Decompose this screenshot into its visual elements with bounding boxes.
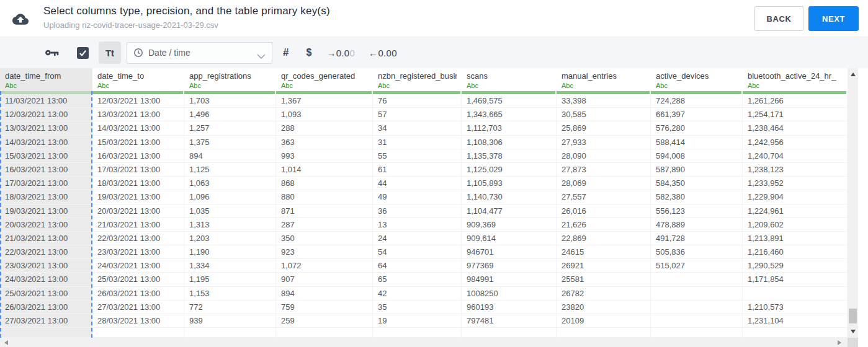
table-cell[interactable]: 582,380 <box>651 190 743 204</box>
table-cell[interactable]: 18/03/2021 13:00 <box>92 177 184 190</box>
table-cell[interactable]: 350 <box>276 232 373 245</box>
table-cell[interactable]: 1,209,602 <box>743 218 848 232</box>
table-cell[interactable]: 31 <box>373 136 462 149</box>
table-cell[interactable]: 23/03/2021 13:00 <box>92 245 184 259</box>
table-cell[interactable]: 25/03/2021 13:00 <box>0 287 92 301</box>
table-cell[interactable]: 939 <box>184 314 276 328</box>
table-cell[interactable] <box>462 328 557 338</box>
table-cell[interactable]: 55 <box>373 149 462 163</box>
table-cell[interactable]: 1,153 <box>184 287 276 301</box>
type-dropdown[interactable]: Date / time <box>127 42 272 64</box>
table-cell[interactable]: 894 <box>276 287 373 301</box>
table-cell[interactable]: 724,288 <box>651 94 743 108</box>
table-cell[interactable]: 984991 <box>462 273 557 286</box>
table-cell[interactable]: 28,090 <box>557 149 651 163</box>
decimal-increase-button[interactable]: ←0.00 <box>369 48 397 58</box>
column-header-manual_entries[interactable]: manual_entriesAbc <box>557 68 651 94</box>
table-cell[interactable]: 19/03/2021 13:00 <box>92 190 184 204</box>
table-cell[interactable]: 44 <box>373 177 462 190</box>
table-cell[interactable]: 363 <box>276 136 373 149</box>
table-cell[interactable]: 515,027 <box>651 259 743 273</box>
table-cell[interactable]: 909,614 <box>462 232 557 245</box>
table-cell[interactable]: 478,889 <box>651 218 743 232</box>
table-cell[interactable]: 505,836 <box>651 245 743 259</box>
table-cell[interactable]: 19/03/2021 13:00 <box>0 204 92 218</box>
scroll-up-arrow[interactable] <box>851 72 856 76</box>
table-cell[interactable]: 20/03/2021 13:00 <box>92 204 184 218</box>
table-cell[interactable]: 22,869 <box>557 232 651 245</box>
table-cell[interactable]: 11/03/2021 13:00 <box>0 94 92 108</box>
table-cell[interactable]: 33,398 <box>557 94 651 108</box>
table-cell[interactable]: 1,125,029 <box>462 163 557 177</box>
table-cell[interactable]: 1,233,952 <box>743 177 848 190</box>
table-cell[interactable]: 1,104,477 <box>462 204 557 218</box>
table-cell[interactable]: 27,557 <box>557 190 651 204</box>
table-cell[interactable]: 54 <box>373 245 462 259</box>
table-cell[interactable]: 21,626 <box>557 218 651 232</box>
table-cell[interactable]: 25,869 <box>557 121 651 135</box>
table-cell[interactable]: 880 <box>276 190 373 204</box>
table-cell[interactable] <box>0 328 92 338</box>
table-cell[interactable]: 594,008 <box>651 149 743 163</box>
table-cell[interactable]: 1,093 <box>276 108 373 121</box>
table-cell[interactable]: 1,242,956 <box>743 136 848 149</box>
table-cell[interactable]: 20109 <box>557 314 651 328</box>
table-cell[interactable]: 909,369 <box>462 218 557 232</box>
table-cell[interactable]: 24/03/2021 13:00 <box>92 259 184 273</box>
table-cell[interactable]: 491,728 <box>651 232 743 245</box>
table-cell[interactable]: 1,367 <box>276 94 373 108</box>
table-cell[interactable]: 1,703 <box>184 94 276 108</box>
table-cell[interactable]: 1,240,704 <box>743 149 848 163</box>
table-cell[interactable]: 49 <box>373 190 462 204</box>
table-cell[interactable]: 16/03/2021 13:00 <box>0 163 92 177</box>
table-cell[interactable]: 259 <box>276 314 373 328</box>
table-cell[interactable] <box>373 328 462 338</box>
table-cell[interactable]: 61 <box>373 163 462 177</box>
table-cell[interactable]: 25581 <box>557 273 651 286</box>
table-cell[interactable]: 17/03/2021 13:00 <box>0 177 92 190</box>
table-cell[interactable]: 17/03/2021 13:00 <box>92 163 184 177</box>
table-cell[interactable] <box>184 328 276 338</box>
table-cell[interactable]: 1,014 <box>276 163 373 177</box>
table-cell[interactable]: 1,096 <box>184 190 276 204</box>
table-cell[interactable]: 14/03/2021 13:00 <box>0 136 92 149</box>
table-cell[interactable]: 1,334 <box>184 259 276 273</box>
column-header-date_time_from[interactable]: date_time_fromAbc <box>0 68 92 94</box>
vertical-scroll-thumb[interactable] <box>849 309 857 323</box>
column-header-qr_codes_generated[interactable]: qr_codes_generatedAbc <box>276 68 373 94</box>
table-cell[interactable]: 24/03/2021 13:00 <box>0 273 92 286</box>
table-cell[interactable]: 21/03/2021 13:00 <box>92 218 184 232</box>
table-cell[interactable]: 1,203 <box>184 232 276 245</box>
table-cell[interactable]: 1,195 <box>184 273 276 286</box>
table-cell[interactable]: 923 <box>276 245 373 259</box>
table-cell[interactable]: 1,190 <box>184 245 276 259</box>
table-cell[interactable] <box>276 328 373 338</box>
table-cell[interactable]: 27,933 <box>557 136 651 149</box>
table-cell[interactable]: 588,414 <box>651 136 743 149</box>
table-cell[interactable]: 960193 <box>462 301 557 314</box>
table-cell[interactable]: 27,873 <box>557 163 651 177</box>
table-cell[interactable]: 25/03/2021 13:00 <box>92 273 184 286</box>
table-cell[interactable]: 1,216,460 <box>743 245 848 259</box>
table-cell[interactable]: 16/03/2021 13:00 <box>92 149 184 163</box>
table-cell[interactable]: 26782 <box>557 287 651 301</box>
table-cell[interactable]: 1,496 <box>184 108 276 121</box>
table-cell[interactable]: 24 <box>373 232 462 245</box>
table-cell[interactable]: 13 <box>373 218 462 232</box>
table-cell[interactable]: 36 <box>373 204 462 218</box>
table-cell[interactable] <box>743 328 848 338</box>
table-cell[interactable]: 946701 <box>462 245 557 259</box>
table-cell[interactable]: 21/03/2021 13:00 <box>0 232 92 245</box>
back-button[interactable]: BACK <box>754 6 803 31</box>
table-cell[interactable]: 772 <box>184 301 276 314</box>
table-cell[interactable]: 35 <box>373 301 462 314</box>
table-cell[interactable]: 977369 <box>462 259 557 273</box>
table-cell[interactable]: 22/03/2021 13:00 <box>92 232 184 245</box>
table-cell[interactable]: 13/03/2021 13:00 <box>0 121 92 135</box>
table-cell[interactable]: 23820 <box>557 301 651 314</box>
table-cell[interactable]: 288 <box>276 121 373 135</box>
table-cell[interactable]: 868 <box>276 177 373 190</box>
table-cell[interactable]: 28,069 <box>557 177 651 190</box>
column-header-scans[interactable]: scansAbc <box>462 68 557 94</box>
table-cell[interactable]: 26/03/2021 13:00 <box>0 301 92 314</box>
